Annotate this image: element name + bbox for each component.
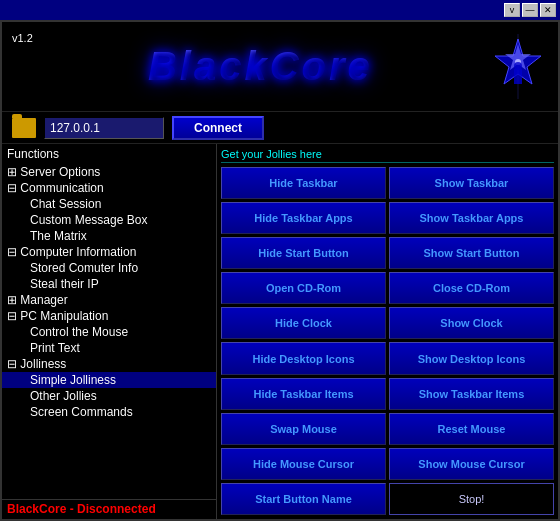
action-button-13[interactable]: Show Taskbar Items bbox=[389, 378, 554, 410]
action-button-15[interactable]: Reset Mouse bbox=[389, 413, 554, 445]
sidebar-item-0[interactable]: ⊞ Server Options bbox=[2, 164, 216, 180]
action-button-18[interactable]: Start Button Name bbox=[221, 483, 386, 515]
action-button-6[interactable]: Open CD-Rom bbox=[221, 272, 386, 304]
sidebar-item-6[interactable]: Stored Comuter Info bbox=[2, 260, 216, 276]
svg-rect-4 bbox=[514, 69, 522, 84]
right-panel: Get your Jollies here Hide TaskbarShow T… bbox=[217, 144, 558, 519]
action-button-19[interactable]: Stop! bbox=[389, 483, 554, 515]
jollies-label: Get your Jollies here bbox=[221, 148, 554, 163]
action-button-10[interactable]: Hide Desktop Icons bbox=[221, 342, 386, 374]
sidebar-item-12[interactable]: ⊟ Jolliness bbox=[2, 356, 216, 372]
sidebar-item-15[interactable]: Screen Commands bbox=[2, 404, 216, 420]
tree-scroll[interactable]: ⊞ Server Options⊟ CommunicationChat Sess… bbox=[2, 164, 216, 499]
title-bar: v — ✕ bbox=[0, 0, 560, 20]
action-button-7[interactable]: Close CD-Rom bbox=[389, 272, 554, 304]
action-button-9[interactable]: Show Clock bbox=[389, 307, 554, 339]
action-button-14[interactable]: Swap Mouse bbox=[221, 413, 386, 445]
action-button-16[interactable]: Hide Mouse Cursor bbox=[221, 448, 386, 480]
action-button-8[interactable]: Hide Clock bbox=[221, 307, 386, 339]
minimize-button[interactable]: v bbox=[504, 3, 520, 17]
sidebar-item-7[interactable]: Steal their IP bbox=[2, 276, 216, 292]
sidebar-item-13[interactable]: Simple Jolliness bbox=[2, 372, 216, 388]
action-button-11[interactable]: Show Desktop Icons bbox=[389, 342, 554, 374]
action-button-2[interactable]: Hide Taskbar Apps bbox=[221, 202, 386, 234]
main-window: v1.2 BlackCore Connect Functions bbox=[0, 20, 560, 521]
svg-point-5 bbox=[514, 62, 522, 70]
sidebar-item-4[interactable]: The Matrix bbox=[2, 228, 216, 244]
version-label: v1.2 bbox=[12, 27, 33, 44]
title-bar-controls: v — ✕ bbox=[504, 3, 556, 17]
app-header: v1.2 BlackCore bbox=[2, 22, 558, 112]
sidebar-item-14[interactable]: Other Jollies bbox=[2, 388, 216, 404]
maximize-button[interactable]: — bbox=[522, 3, 538, 17]
sidebar-item-5[interactable]: ⊟ Computer Information bbox=[2, 244, 216, 260]
sidebar-item-9[interactable]: ⊟ PC Manipulation bbox=[2, 308, 216, 324]
sidebar-item-11[interactable]: Print Text bbox=[2, 340, 216, 356]
sidebar-item-10[interactable]: Control the Mouse bbox=[2, 324, 216, 340]
sidebar-item-2[interactable]: Chat Session bbox=[2, 196, 216, 212]
status-bar: BlackCore - Disconnected bbox=[2, 499, 216, 519]
action-button-12[interactable]: Hide Taskbar Items bbox=[221, 378, 386, 410]
sidebar-item-3[interactable]: Custom Message Box bbox=[2, 212, 216, 228]
action-button-4[interactable]: Hide Start Button bbox=[221, 237, 386, 269]
sidebar-item-1[interactable]: ⊟ Communication bbox=[2, 180, 216, 196]
ip-input[interactable] bbox=[44, 117, 164, 139]
close-button[interactable]: ✕ bbox=[540, 3, 556, 17]
logo-area: BlackCore bbox=[33, 44, 488, 89]
sidebar: Functions ⊞ Server Options⊟ Communicatio… bbox=[2, 144, 217, 519]
sidebar-header: Functions bbox=[2, 144, 216, 164]
connect-button[interactable]: Connect bbox=[172, 116, 264, 140]
logo-text: BlackCore bbox=[148, 44, 373, 89]
action-button-0[interactable]: Hide Taskbar bbox=[221, 167, 386, 199]
star-icon bbox=[488, 32, 548, 102]
action-button-1[interactable]: Show Taskbar bbox=[389, 167, 554, 199]
content-area: Functions ⊞ Server Options⊟ Communicatio… bbox=[2, 144, 558, 519]
folder-icon[interactable] bbox=[12, 118, 36, 138]
action-button-5[interactable]: Show Start Button bbox=[389, 237, 554, 269]
sidebar-item-8[interactable]: ⊞ Manager bbox=[2, 292, 216, 308]
action-button-3[interactable]: Show Taskbar Apps bbox=[389, 202, 554, 234]
connection-bar: Connect bbox=[2, 112, 558, 144]
action-button-17[interactable]: Show Mouse Cursor bbox=[389, 448, 554, 480]
buttons-grid: Hide TaskbarShow TaskbarHide Taskbar App… bbox=[221, 167, 554, 515]
